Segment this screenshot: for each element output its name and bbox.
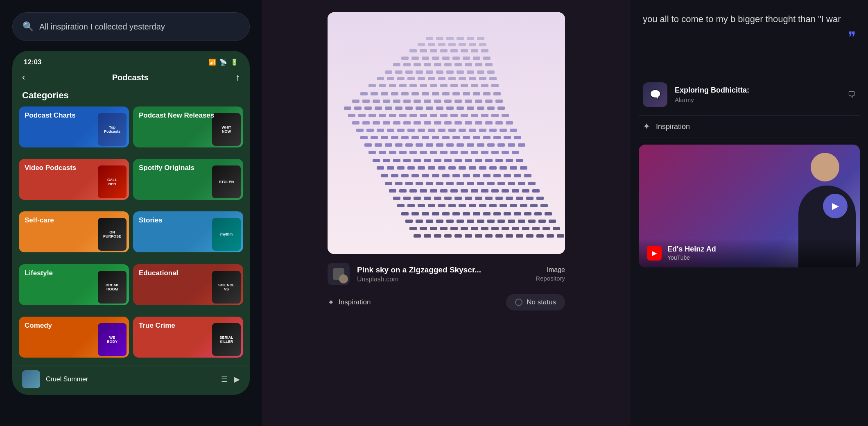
svg-rect-13 (479, 43, 486, 46)
svg-rect-267 (436, 182, 443, 185)
svg-rect-48 (457, 70, 464, 74)
svg-rect-198 (487, 143, 495, 147)
category-thumb: TopPodcasts (98, 113, 127, 146)
cover-art: rhythm (212, 218, 241, 251)
content-info: Pink sky on a Zigzagged Skyscr... Unspla… (328, 263, 565, 285)
svg-rect-301 (485, 197, 493, 200)
quote-area: you all to come to my b bigger thought t… (631, 0, 868, 74)
svg-rect-255 (463, 174, 470, 177)
podcast-item[interactable]: 🗨️ Exploring Bodhicitta: Alarmy 🗨 (631, 74, 868, 115)
category-thumb: STOLEN (212, 165, 241, 198)
svg-rect-20 (471, 49, 478, 52)
svg-rect-370 (444, 234, 452, 238)
svg-rect-320 (530, 204, 538, 207)
video-title: Ed's Heinz Ad (667, 245, 716, 254)
category-card-educational[interactable]: Educational SCIENCEVS (133, 264, 243, 305)
category-card-video-podcasts[interactable]: Video Podcasts CALLHER (19, 159, 129, 200)
svg-rect-175 (411, 136, 419, 139)
category-card-stories[interactable]: Stories rhythm (133, 211, 243, 252)
category-card-self-care[interactable]: Self-care ONPURPOSE (19, 211, 129, 252)
svg-rect-137 (502, 114, 509, 117)
inspiration-row[interactable]: ✦ Inspiration (631, 116, 868, 138)
svg-rect-204 (389, 151, 396, 154)
category-card-spotify-originals[interactable]: Spotify Originals STOLEN (133, 159, 243, 200)
play-icon[interactable]: ▶ (234, 375, 240, 384)
svg-rect-121 (497, 106, 505, 110)
svg-rect-63 (489, 77, 497, 80)
tag-inspiration[interactable]: ✦ Inspiration (328, 297, 371, 307)
svg-rect-223 (434, 159, 441, 162)
back-button[interactable]: ‹ (22, 72, 25, 83)
svg-rect-374 (485, 234, 493, 238)
category-card-lifestyle[interactable]: Lifestyle BREAKROOM (19, 264, 129, 305)
svg-rect-55 (407, 77, 415, 80)
search-input[interactable]: All inspiration I collected yesterday (39, 22, 240, 32)
svg-rect-143 (403, 121, 411, 125)
svg-rect-375 (495, 234, 503, 238)
podcast-info: Exploring Bodhicitta: Alarmy (675, 86, 840, 103)
svg-rect-167 (489, 129, 497, 132)
svg-rect-38 (465, 63, 472, 66)
svg-rect-23 (411, 57, 419, 60)
category-card-podcast-new-releases[interactable]: Podcast New Releases WHITNOW (133, 106, 243, 147)
svg-rect-19 (461, 49, 468, 52)
svg-rect-194 (446, 143, 454, 147)
category-thumb: BREAKROOM (98, 271, 127, 304)
svg-rect-246 (520, 166, 527, 170)
svg-rect-12 (469, 43, 476, 46)
category-card-comedy[interactable]: Comedy WEBODY (19, 317, 129, 358)
svg-rect-295 (424, 197, 431, 200)
svg-rect-1 (426, 37, 433, 40)
play-button[interactable]: ▶ (823, 194, 848, 218)
svg-rect-180 (463, 136, 470, 139)
svg-rect-327 (452, 212, 460, 215)
share-button[interactable]: ↑ (235, 72, 240, 83)
svg-rect-27 (452, 57, 460, 60)
svg-rect-105 (495, 100, 503, 103)
category-card-true-crime[interactable]: True Crime SERIALKILLER (133, 317, 243, 358)
status-pill[interactable]: No status (506, 294, 565, 310)
svg-rect-294 (414, 197, 421, 200)
svg-rect-156 (377, 129, 384, 132)
svg-rect-264 (405, 182, 413, 185)
category-label: Video Podcasts (25, 164, 76, 172)
svg-rect-363 (522, 227, 529, 230)
svg-rect-144 (414, 121, 421, 125)
svg-rect-376 (506, 234, 513, 238)
svg-rect-319 (520, 204, 527, 207)
video-card[interactable]: ▶ ▶ Ed's Heinz Ad YouTube (639, 145, 860, 267)
video-source: YouTube (667, 254, 716, 261)
svg-rect-6 (477, 37, 484, 40)
svg-rect-155 (366, 129, 374, 132)
svg-rect-46 (436, 70, 443, 74)
svg-rect-118 (467, 106, 474, 110)
svg-rect-216 (512, 151, 519, 154)
svg-rect-90 (493, 92, 501, 95)
svg-rect-230 (506, 159, 513, 162)
svg-rect-102 (465, 100, 472, 103)
search-bar[interactable]: 🔍 All inspiration I collected yesterday (12, 12, 250, 41)
svg-rect-76 (491, 84, 499, 87)
svg-rect-315 (479, 204, 486, 207)
svg-rect-345 (487, 220, 495, 223)
category-card-podcast-charts[interactable]: Podcast Charts TopPodcasts (19, 106, 129, 147)
svg-rect-30 (483, 57, 491, 60)
svg-rect-292 (393, 197, 400, 200)
list-icon[interactable]: ☰ (221, 375, 228, 384)
svg-rect-101 (454, 100, 462, 103)
svg-rect-190 (405, 143, 413, 147)
svg-rect-271 (477, 182, 484, 185)
content-type-area: Image Repository (536, 266, 565, 282)
svg-rect-358 (471, 227, 478, 230)
svg-rect-186 (364, 143, 372, 147)
inspiration-icon: ✦ (328, 297, 335, 307)
playback-controls[interactable]: ☰ ▶ (221, 375, 240, 384)
svg-rect-97 (414, 100, 421, 103)
svg-rect-305 (526, 197, 533, 200)
svg-rect-64 (368, 84, 376, 87)
svg-rect-379 (536, 234, 544, 238)
battery-icon: 🔋 (231, 59, 238, 66)
svg-rect-321 (540, 204, 548, 207)
svg-rect-339 (426, 220, 433, 223)
cover-art: WEBODY (98, 323, 127, 356)
